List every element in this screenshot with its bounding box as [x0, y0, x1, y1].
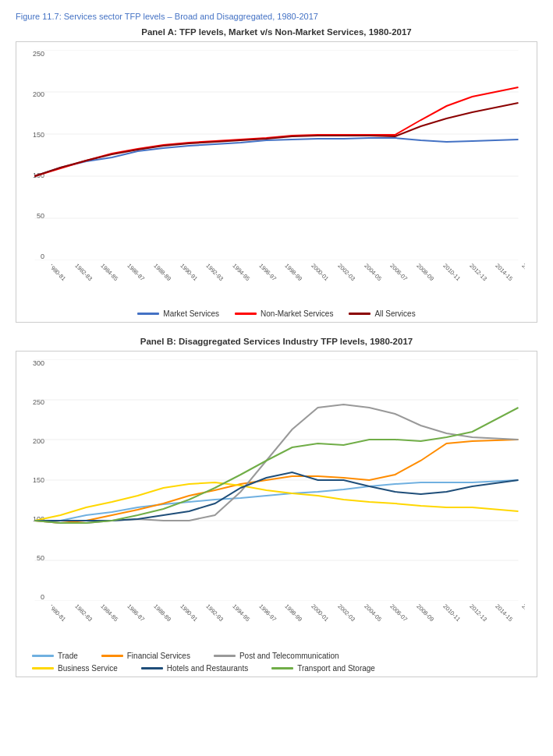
- business-service-line: [35, 482, 519, 521]
- panel-a-legend: Market Services Non-Market Services All …: [24, 309, 529, 318]
- legend-business-label: Business Service: [58, 664, 118, 673]
- legend-trade: Trade: [32, 652, 78, 660]
- transport-storage-line: [35, 408, 519, 523]
- panel-a-svg: [24, 50, 529, 260]
- panel-b-svg: [24, 359, 529, 601]
- panel-b-title: Panel B: Disaggregated Services Industry…: [16, 337, 537, 346]
- panel-a-title: Panel A: TFP levels, Market v/s Non-Mark…: [16, 27, 537, 37]
- legend-hotels-label: Hotels and Restaurants: [167, 664, 249, 673]
- legend-market-label: Market Services: [163, 309, 219, 318]
- legend-hotels: Hotels and Restaurants: [141, 664, 249, 673]
- legend-trade-label: Trade: [58, 652, 78, 660]
- non-market-services-line: [35, 87, 519, 176]
- legend-business: Business Service: [32, 664, 118, 673]
- post-telecom-line: [35, 404, 519, 523]
- panel-b-legend: Trade Financial Services Post and Teleco…: [24, 652, 529, 673]
- legend-nonmarket: Non-Market Services: [235, 309, 333, 318]
- figure-title: Figure 11.7: Services sector TFP levels …: [16, 12, 537, 21]
- legend-financial: Financial Services: [101, 652, 190, 660]
- panel-b-x-labels: 1980-81 1982-83 1984-85 1986-87 1988-89 …: [51, 603, 525, 644]
- legend-allservices: All Services: [349, 309, 415, 318]
- financial-services-line: [35, 440, 519, 523]
- legend-market: Market Services: [137, 309, 219, 318]
- panel-a-chart: 0 50 100 150 200 250: [16, 41, 537, 323]
- panel-b-chart: 0 50 100 150 200 250 300: [16, 351, 537, 677]
- trade-line: [35, 480, 519, 521]
- legend-allservices-label: All Services: [374, 309, 415, 318]
- legend-financial-label: Financial Services: [127, 652, 190, 660]
- panel-a-x-labels: 1980-81 1982-83 1984-85 1986-87 1988-89 …: [51, 263, 525, 303]
- legend-nonmarket-label: Non-Market Services: [261, 309, 333, 318]
- legend-transport-label: Transport and Storage: [297, 664, 375, 673]
- legend-post-telecom: Post and Telecommunication: [214, 652, 339, 660]
- market-services-line: [35, 138, 519, 176]
- legend-post-telecom-label: Post and Telecommunication: [239, 652, 339, 660]
- legend-transport: Transport and Storage: [271, 664, 375, 673]
